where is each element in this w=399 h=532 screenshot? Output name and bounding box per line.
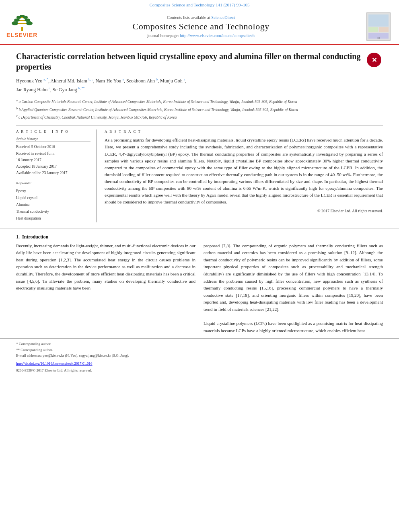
elsevier-brand-text: ELSEVIER [6, 32, 37, 38]
intro-text-right: proposed [7,8]. The compounding of organ… [204, 242, 383, 313]
intro-two-col: Recently, increasing demands for light-w… [16, 242, 383, 335]
article-content: Characteristic correlation between liqui… [0, 45, 399, 222]
article-info-section-label: A R T I C L E I N F O [16, 129, 90, 134]
article-title-row: Characteristic correlation between liqui… [16, 51, 383, 72]
page-wrapper: Composites Science and Technology 141 (2… [0, 0, 399, 373]
svg-point-7 [25, 18, 30, 22]
svg-text:CST: CST [377, 37, 380, 39]
copyright-line: © 2017 Elsevier Ltd. All rights reserved… [105, 209, 383, 213]
article-dates: Received 5 October 2016 Received in revi… [16, 144, 90, 176]
intro-col-left: Recently, increasing demands for light-w… [16, 242, 195, 335]
doi-line[interactable]: http://dx.doi.org/10.1016/j.compscitech.… [16, 361, 383, 366]
journal-center: Contents lists available at ScienceDirec… [37, 14, 364, 39]
crossmark-icon: ✕ [367, 53, 381, 67]
article-title: Characteristic correlation between liqui… [16, 51, 363, 72]
date-revised-label: Received in revised form [16, 150, 90, 157]
affiliation-a: a a Carbon Composite Materials Research … [16, 98, 383, 105]
intro-col-right: proposed [7,8]. The compounding of organ… [204, 242, 383, 335]
article-history-label: Article history: [16, 137, 90, 142]
svg-point-6 [14, 18, 20, 22]
intro-section-num: 1. [16, 234, 20, 240]
keyword-4: Thermal conductivity [16, 208, 90, 215]
date-revised: 16 January 2017 [16, 157, 90, 163]
cover-svg: CST [367, 13, 390, 40]
affiliation-c: c c Department of Chemistry, Chonbuk Nat… [16, 114, 383, 120]
doi-link[interactable]: http://dx.doi.org/10.1016/j.compscitech.… [16, 362, 93, 366]
abstract-section-label: A B S T R A C T [105, 129, 383, 134]
svg-rect-12 [368, 14, 389, 27]
keyword-3: Alumina [16, 201, 90, 208]
date-received: Received 5 October 2016 [16, 144, 90, 150]
intro-text-left: Recently, increasing demands for light-w… [16, 242, 195, 292]
article-info-col: A R T I C L E I N F O Article history: R… [16, 129, 97, 222]
affiliations: a a Carbon Composite Materials Research … [16, 98, 383, 120]
introduction-section: 1. Introduction Recently, increasing dem… [0, 234, 399, 335]
svg-point-5 [26, 21, 33, 25]
intro-text-right-2: Liquid crystalline polymers (LCPs) have … [204, 320, 383, 334]
date-accepted: Accepted 18 January 2017 [16, 163, 90, 170]
authors-line: Hyeonuk Yeo a, *, Akherul Md. Islam b, c… [16, 77, 383, 94]
svg-rect-13 [368, 27, 378, 32]
elsevier-logo: ELSEVIER [6, 15, 37, 38]
journal-homepage: journal homepage: http://www.elsevier.co… [37, 33, 364, 38]
svg-point-4 [12, 21, 18, 25]
journal-title: Composites Science and Technology [37, 21, 364, 32]
article-info-abstract-row: A R T I C L E I N F O Article history: R… [16, 125, 383, 222]
intro-heading: 1. Introduction [16, 234, 383, 240]
footnote-corresponding-1: * Corresponding author. [16, 341, 383, 347]
svg-rect-14 [379, 27, 389, 32]
citation-text: Composites Science and Technology 141 (2… [150, 2, 250, 7]
keywords-block: Keywords: Epoxy Liquid crystal Alumina T… [16, 181, 90, 222]
journal-thumbnail: CST [364, 12, 393, 41]
author-sup-a3: a [184, 78, 185, 81]
keywords-list: Epoxy Liquid crystal Alumina Thermal con… [16, 188, 90, 222]
rights-line: 0266-3538/© 2017 Elsevier Ltd. All right… [16, 368, 383, 373]
affiliation-b: b b Applied Quantum Composites Research … [16, 106, 383, 113]
intro-section-title: Introduction [22, 234, 48, 240]
keyword-5: Heat dissipation [16, 215, 90, 222]
sciencedirect-link[interactable]: ScienceDirect [211, 15, 235, 20]
keywords-label: Keywords: [16, 181, 90, 186]
abstract-col: A B S T R A C T As a promising matrix fo… [105, 129, 383, 222]
article-history-block: Article history: Received 5 October 2016… [16, 137, 90, 176]
keyword-1: Epoxy [16, 188, 90, 195]
author-sup-a2: a [122, 78, 124, 81]
author-sup-b2: b, ** [78, 86, 84, 90]
keyword-2: Liquid crystal [16, 195, 90, 201]
date-online: Available online 23 January 2017 [16, 170, 90, 176]
journal-header: ELSEVIER Contents lists available at Sci… [0, 9, 399, 45]
crossmark: ✕ [367, 53, 383, 67]
author-sup-c: c [49, 86, 50, 90]
citation-bar: Composites Science and Technology 141 (2… [0, 0, 399, 9]
journal-cover-image: CST [366, 12, 391, 41]
author-sup-a: a, * [43, 78, 48, 81]
homepage-link[interactable]: http://www.elsevier.com/locate/compscite… [180, 33, 255, 38]
elsevier-tree-icon [8, 15, 37, 32]
footnote-area: * Corresponding author. ** Corresponding… [0, 338, 399, 373]
author-sup-b: b [156, 78, 158, 81]
contents-line: Contents lists available at ScienceDirec… [37, 15, 364, 20]
svg-rect-0 [21, 27, 23, 31]
author-sup-bc: b, c [88, 78, 93, 81]
footnote-email: E-mail addresses: yeo@kist.re.kr (H. Yeo… [16, 353, 383, 358]
footnote-corresponding-2: ** Corresponding author. [16, 347, 383, 353]
abstract-text: As a promising matrix for developing eff… [105, 137, 383, 205]
section-divider [0, 228, 399, 228]
